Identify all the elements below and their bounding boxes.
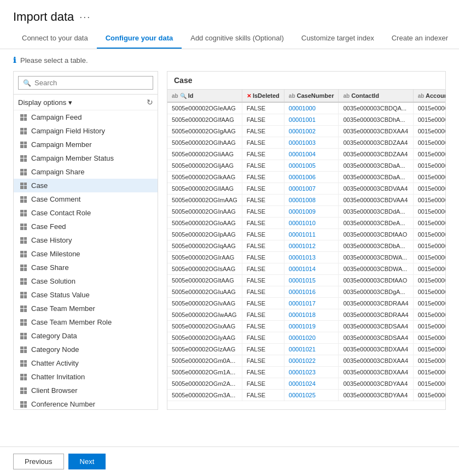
- table-grid-icon: [20, 142, 27, 148]
- table-row: 5005e000002OGIjAAGFALSE000010050035e0000…: [167, 160, 445, 172]
- table-row: 5005e000002OGIuAAGFALSE000010160035e0000…: [167, 286, 445, 298]
- table-cell: 0035e000003CBDWA...: [339, 263, 413, 275]
- list-item-case-solution[interactable]: Case Solution: [14, 274, 158, 288]
- table-cell: 0035e000003CBDZAA4: [339, 149, 413, 160]
- table-cell: 5005e000002OGItAAG: [167, 275, 242, 286]
- table-cell: FALSE: [242, 195, 284, 206]
- list-item-label: Case Team Member Role: [31, 318, 112, 326]
- list-item-case-contact-role[interactable]: Case Contact Role: [14, 206, 158, 220]
- table-cell: FALSE: [242, 126, 284, 137]
- table-cell: 0035e000003CBDfAAO: [339, 229, 413, 240]
- table-row: 5005e000002OGInAAGFALSE000010090035e0000…: [167, 206, 445, 218]
- refresh-icon[interactable]: ↻: [147, 98, 153, 107]
- table-cell: FALSE: [242, 172, 284, 183]
- table-cell: 5005e000002OGIgAAG: [167, 126, 242, 137]
- list-item-conference-number[interactable]: Conference Number: [14, 397, 158, 409]
- search-input[interactable]: [34, 79, 148, 87]
- list-item-campaign-member-status[interactable]: Campaign Member Status: [14, 151, 158, 165]
- nav-tab-cognitive[interactable]: Add cognitive skills (Optional): [182, 28, 293, 49]
- table-row: 5005e000002OGItAAGFALSE000010150035e0000…: [167, 275, 445, 286]
- list-item-campaign-share[interactable]: Campaign Share: [14, 165, 158, 179]
- table-cell: FALSE: [242, 137, 284, 149]
- table-cell: 5005e000002OGIhAAG: [167, 137, 242, 149]
- nav-tab-customize[interactable]: Customize target index: [293, 28, 383, 49]
- table-cell: 0035e000003CBDaA...: [339, 160, 413, 172]
- previous-button[interactable]: Previous: [13, 454, 64, 469]
- data-table: ab 🔍 Id✕ IsDeletedab CaseNumberab Contac…: [167, 90, 445, 401]
- list-item-label: Case Status Value: [31, 291, 90, 299]
- list-item-case-milestone[interactable]: Case Milestone: [14, 247, 158, 261]
- table-cell: 0015e000004uFMRAA2: [413, 355, 445, 367]
- table-row: 5005e000002OGIeAAGFALSE000010000035e0000…: [167, 102, 445, 114]
- table-cell: 00001023: [284, 367, 339, 378]
- list-item-campaign-member[interactable]: Campaign Member: [14, 138, 158, 151]
- list-item-case-feed[interactable]: Case Feed: [14, 220, 158, 233]
- table-row: 5005e000002OGIfAAGFALSE000010010035e0000…: [167, 114, 445, 126]
- table-row: 5005e000002OGIoAAGFALSE000010100035e0000…: [167, 218, 445, 229]
- table-cell: 5005e000002OGImAAG: [167, 195, 242, 206]
- table-row: 5005e000002OGIsAAGFALSE000010140035e0000…: [167, 263, 445, 275]
- table-cell: 5005e000002OGIvAAG: [167, 298, 242, 309]
- list-item-case-status-value[interactable]: Case Status Value: [14, 288, 158, 302]
- list-item-category-data[interactable]: Category Data: [14, 329, 158, 343]
- table-grid-icon: [20, 374, 27, 380]
- table-cell: 0035e000003CBDZAA4: [339, 137, 413, 149]
- nav-tab-indexer[interactable]: Create an indexer: [383, 28, 457, 49]
- table-cell: 5005e000002OGIpAAG: [167, 229, 242, 240]
- table-cell: 5005e000002OGm0A...: [167, 355, 242, 367]
- table-cell: 5005e000002OGm1A...: [167, 367, 242, 378]
- table-cell: 0015e000004uFMTAA2: [413, 240, 445, 252]
- table-cell: 5005e000002OGIfAAG: [167, 114, 242, 126]
- list-item-campaign-field-history[interactable]: Campaign Field History: [14, 124, 158, 138]
- table-cell: 5005e000002OGIyAAG: [167, 332, 242, 344]
- next-button[interactable]: Next: [68, 454, 106, 469]
- table-cell: 0015e000004uFMMA...: [413, 309, 445, 321]
- list-item-case-team-member[interactable]: Case Team Member: [14, 302, 158, 315]
- table-cell: 00001020: [284, 332, 339, 344]
- nav-tab-configure[interactable]: Configure your data: [97, 28, 182, 49]
- list-item-label: Case Contact Role: [31, 209, 91, 217]
- table-row: 5005e000002OGIxAAGFALSE000010190035e0000…: [167, 321, 445, 332]
- table-cell: 0035e000003CBDVAA4: [339, 195, 413, 206]
- table-cell: 0035e000003CBDXAA4: [339, 355, 413, 367]
- table-grid-icon: [20, 319, 27, 326]
- search-col-icon[interactable]: 🔍: [180, 93, 187, 99]
- list-item-case-history[interactable]: Case History: [14, 233, 158, 247]
- display-options-button[interactable]: Display options ▾: [18, 98, 72, 107]
- table-cell: 0015e000004uFMRAA2: [413, 114, 445, 126]
- list-item-case[interactable]: Case: [14, 179, 158, 192]
- left-panel: 🔍 Display options ▾ ↻ Campaign FeedCampa…: [13, 71, 158, 410]
- list-item-chatter-invitation[interactable]: Chatter Invitation: [14, 370, 158, 384]
- list-item-chatter-activity[interactable]: Chatter Activity: [14, 356, 158, 370]
- list-item-campaign-feed[interactable]: Campaign Feed: [14, 110, 158, 124]
- list-item-case-share[interactable]: Case Share: [14, 261, 158, 274]
- table-cell: FALSE: [242, 102, 284, 114]
- table-cell: 0015e000004uFMSAA2: [413, 137, 445, 149]
- table-cell: 0015e000004uFMWA...: [413, 172, 445, 183]
- search-input-wrap[interactable]: 🔍: [18, 76, 153, 90]
- table-row: 5005e000002OGIpAAGFALSE000010110035e0000…: [167, 229, 445, 240]
- table-grid-icon: [20, 196, 27, 203]
- list-item-case-team-member-role[interactable]: Case Team Member Role: [14, 315, 158, 329]
- table-cell: 5005e000002OGIrAAG: [167, 252, 242, 263]
- table-cell: 5005e000002OGIjAAG: [167, 160, 242, 172]
- list-item-client-browser[interactable]: Client Browser: [14, 384, 158, 397]
- table-cell: FALSE: [242, 275, 284, 286]
- table-cell: FALSE: [242, 114, 284, 126]
- table-row: 5005e000002OGm2A...FALSE000010240035e000…: [167, 378, 445, 390]
- table-row: 5005e000002OGm0A...FALSE000010220035e000…: [167, 355, 445, 367]
- table-cell: FALSE: [242, 355, 284, 367]
- table-cell: FALSE: [242, 367, 284, 378]
- more-options-icon[interactable]: ···: [79, 11, 91, 23]
- table-row: 5005e000002OGIqAAGFALSE000010120035e0000…: [167, 240, 445, 252]
- table-grid-icon: [20, 128, 27, 134]
- table-grid-icon: [20, 251, 27, 257]
- list-item-label: Case Solution: [31, 277, 75, 285]
- nav-tab-connect[interactable]: Connect to your data: [13, 28, 97, 49]
- list-item-case-comment[interactable]: Case Comment: [14, 192, 158, 206]
- list-item-category-node[interactable]: Category Node: [14, 343, 158, 356]
- table-cell: 0035e000003CBDgA...: [339, 286, 413, 298]
- table-cell: 0015e000004uFMWA...: [413, 263, 445, 275]
- table-cell: 0035e000003CBDYAA4: [339, 378, 413, 390]
- table-grid-icon: [20, 114, 27, 121]
